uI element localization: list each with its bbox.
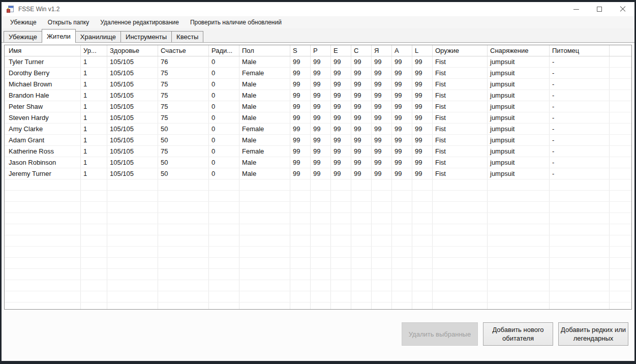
table-row[interactable]: Jason Robinson1105/105500Male99999999999… bbox=[5, 157, 631, 168]
menu-item-open-folder[interactable]: Открыть папку bbox=[42, 17, 95, 28]
cell-name bbox=[5, 258, 81, 268]
cell-p bbox=[311, 224, 331, 235]
cell-a bbox=[392, 291, 412, 302]
cell-s bbox=[290, 213, 311, 224]
cell-name bbox=[5, 224, 81, 235]
cell-a: 99 bbox=[392, 146, 412, 157]
column-header-level[interactable]: Ур... bbox=[81, 45, 107, 56]
cell-radiation bbox=[209, 247, 239, 257]
cell-p bbox=[311, 235, 331, 246]
tab-dwellers[interactable]: Жители bbox=[42, 29, 76, 43]
add-rare-legendary-button[interactable]: Добавить редких или легендарных bbox=[558, 322, 628, 346]
cell-p bbox=[311, 179, 331, 190]
cell-i: 99 bbox=[372, 168, 392, 179]
cell-e: 99 bbox=[331, 56, 351, 67]
cell-health bbox=[107, 269, 158, 280]
column-header-health[interactable]: Здоровье bbox=[107, 45, 158, 56]
column-header-pet[interactable]: Питомец bbox=[550, 45, 610, 56]
cell-a: 99 bbox=[392, 101, 412, 112]
cell-s: 99 bbox=[290, 157, 311, 168]
column-header-s[interactable]: S bbox=[290, 45, 311, 56]
cell-e bbox=[331, 191, 351, 201]
window-client-area: FSSE Win v1.2 УбежищеОткрыть папкуУдален… bbox=[2, 2, 634, 361]
cell-l bbox=[412, 280, 433, 291]
cell-e: 99 bbox=[331, 112, 351, 123]
table-row[interactable]: Jeremy Turner1105/105500Male999999999999… bbox=[5, 168, 631, 179]
column-header-weapon[interactable]: Оружие bbox=[433, 45, 488, 56]
column-header-happiness[interactable]: Счастье bbox=[158, 45, 209, 56]
add-dweller-button[interactable]: Добавить нового обитателя bbox=[483, 322, 553, 346]
cell-i: 99 bbox=[372, 112, 392, 123]
column-header-l[interactable]: L bbox=[412, 45, 433, 56]
cell-name: Tyler Turner bbox=[5, 56, 81, 67]
table-row[interactable]: Brandon Hale1105/105750Male9999999999999… bbox=[5, 90, 631, 101]
cell-p: 99 bbox=[311, 146, 331, 157]
cell-health: 105/105 bbox=[107, 56, 158, 67]
tab-quests[interactable]: Квесты bbox=[171, 31, 203, 42]
cell-l: 99 bbox=[412, 157, 433, 168]
column-header-name[interactable]: Имя bbox=[5, 45, 81, 56]
cell-s bbox=[290, 179, 311, 190]
cell-weapon: Fist bbox=[433, 124, 488, 134]
cell-filler bbox=[610, 269, 631, 280]
cell-e: 99 bbox=[331, 135, 351, 145]
cell-a bbox=[392, 258, 412, 268]
menu-item-vault[interactable]: Убежище bbox=[5, 17, 42, 28]
close-button[interactable] bbox=[611, 2, 634, 16]
cell-pet: - bbox=[550, 79, 610, 89]
cell-weapon bbox=[433, 247, 488, 257]
table-row[interactable]: Dorothy Berry1105/105750Female9999999999… bbox=[5, 68, 631, 79]
cell-i bbox=[372, 247, 392, 257]
column-header-e[interactable]: E bbox=[331, 45, 351, 56]
table-row[interactable]: Steven Hardy1105/105750Male9999999999999… bbox=[5, 112, 631, 124]
cell-c: 99 bbox=[351, 124, 372, 134]
maximize-icon bbox=[597, 7, 602, 12]
cell-outfit bbox=[488, 235, 550, 246]
cell-p bbox=[311, 302, 331, 310]
cell-gender bbox=[239, 191, 290, 201]
column-header-p[interactable]: P bbox=[311, 45, 331, 56]
cell-health bbox=[107, 258, 158, 268]
menubar: УбежищеОткрыть папкуУдаленное редактиров… bbox=[2, 16, 634, 28]
table-row[interactable]: Amy Clarke1105/105500Female9999999999999… bbox=[5, 124, 631, 135]
cell-outfit: jumpsuit bbox=[488, 157, 550, 168]
cell-name bbox=[5, 202, 81, 213]
column-header-outfit[interactable]: Снаряжение bbox=[488, 45, 550, 56]
cell-a bbox=[392, 202, 412, 213]
column-header-a[interactable]: A bbox=[392, 45, 412, 56]
cell-weapon bbox=[433, 213, 488, 224]
column-header-radiation[interactable]: Ради... bbox=[209, 45, 239, 56]
table-row[interactable]: Adam Grant1105/105500Male99999999999999F… bbox=[5, 135, 631, 146]
cell-l bbox=[412, 269, 433, 280]
table-row[interactable]: Tyler Turner1105/105760Male9999999999999… bbox=[5, 56, 631, 68]
cell-pet: - bbox=[550, 168, 610, 179]
column-header-c[interactable]: C bbox=[351, 45, 372, 56]
cell-health bbox=[107, 280, 158, 291]
minimize-button[interactable] bbox=[564, 2, 588, 16]
cell-l bbox=[412, 258, 433, 268]
cell-radiation: 0 bbox=[209, 146, 239, 157]
cell-filler bbox=[610, 101, 631, 112]
menu-item-remote-editing[interactable]: Удаленное редактирование bbox=[95, 17, 185, 28]
column-header-i[interactable]: Я bbox=[372, 45, 392, 56]
cell-outfit: jumpsuit bbox=[488, 135, 550, 145]
menu-item-check-updates[interactable]: Проверить наличие обновлений bbox=[185, 17, 287, 28]
cell-p: 99 bbox=[311, 90, 331, 101]
table-row[interactable]: Katherine Ross1105/105750Female999999999… bbox=[5, 146, 631, 157]
cell-s: 99 bbox=[290, 68, 311, 78]
tab-vault[interactable]: Убежище bbox=[4, 31, 42, 42]
table-row[interactable]: Michael Brown1105/105750Male999999999999… bbox=[5, 79, 631, 90]
cell-l: 99 bbox=[412, 79, 433, 89]
cell-health bbox=[107, 191, 158, 201]
cell-p bbox=[311, 269, 331, 280]
table-row[interactable]: Peter Shaw1105/105750Male99999999999999F… bbox=[5, 101, 631, 112]
empty-row bbox=[5, 202, 631, 213]
cell-name: Adam Grant bbox=[5, 135, 81, 145]
cell-name: Michael Brown bbox=[5, 79, 81, 89]
cell-health: 105/105 bbox=[107, 157, 158, 168]
maximize-button[interactable] bbox=[588, 2, 611, 16]
tab-storage[interactable]: Хранилище bbox=[75, 31, 121, 42]
cell-c bbox=[351, 258, 372, 268]
column-header-gender[interactable]: Пол bbox=[239, 45, 290, 56]
tab-tools[interactable]: Инструменты bbox=[120, 31, 172, 42]
